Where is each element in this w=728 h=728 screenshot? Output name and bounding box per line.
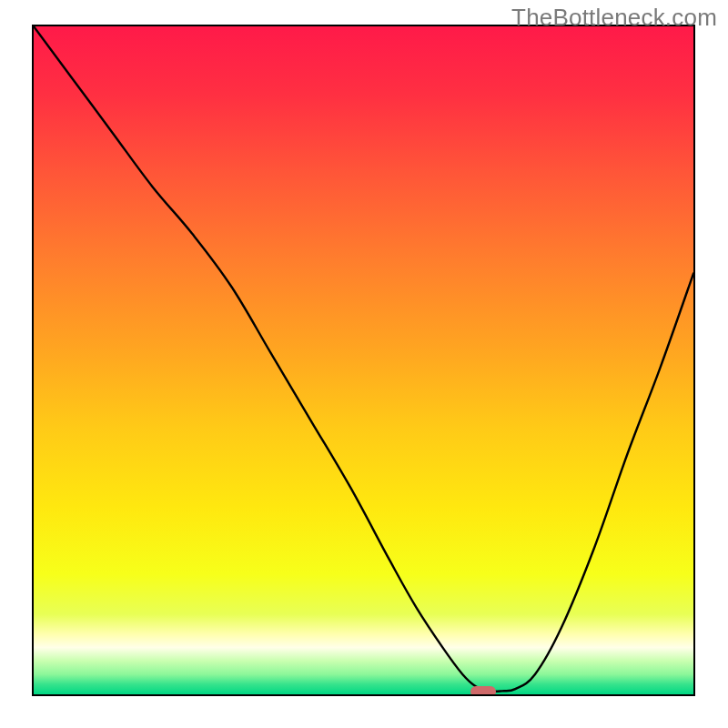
watermark-label: TheBottleneck.com bbox=[511, 4, 717, 32]
chart-container: TheBottleneck.com bbox=[0, 0, 728, 728]
optimal-point-marker bbox=[470, 686, 496, 696]
bottleneck-curve bbox=[34, 26, 693, 694]
plot-area bbox=[32, 25, 695, 696]
